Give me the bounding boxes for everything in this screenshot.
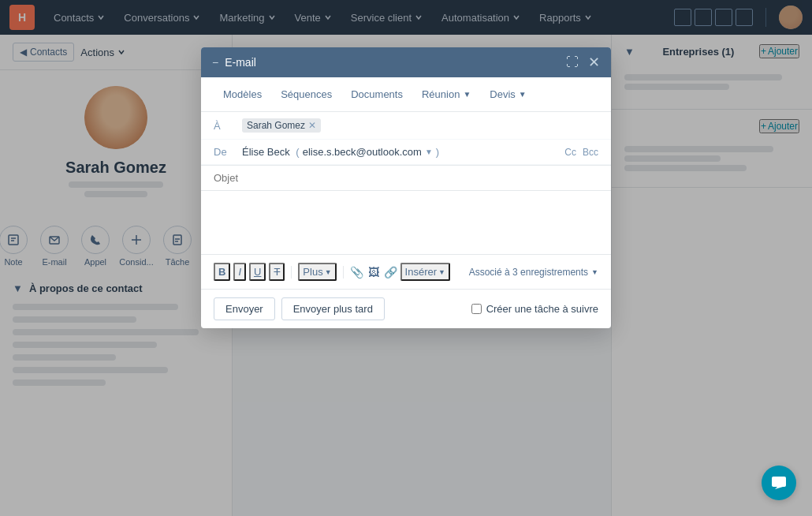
fmt-separator: [291, 266, 292, 279]
svg-rect-15: [772, 477, 786, 487]
modal-title: E-mail: [225, 56, 560, 69]
format-toolbar: B I U T Plus ▼ 📎 🖼 🔗 Insérer ▼: [214, 263, 456, 281]
email-compose-modal: − E-mail ⛶ ✕ Modèles Séquences Documents…: [201, 47, 611, 328]
recipient-remove-icon[interactable]: ✕: [308, 120, 316, 131]
to-label: À: [214, 120, 236, 132]
strikethrough-button[interactable]: T: [269, 263, 285, 281]
insert-chevron-icon: ▼: [438, 268, 445, 276]
reunion-chevron-icon: ▼: [463, 90, 471, 99]
plus-chevron-icon: ▼: [325, 268, 332, 276]
recipient-tag: Sarah Gomez ✕: [242, 118, 321, 133]
task-checkbox[interactable]: [471, 304, 482, 314]
bold-button[interactable]: B: [214, 263, 230, 281]
modal-toolbar: Modèles Séquences Documents Réunion ▼ De…: [201, 77, 611, 112]
assoc-button[interactable]: Associé à 3 enregistrements ▼: [469, 267, 598, 278]
from-field: De Élise Beck ( elise.s.beck@outlook.com…: [201, 140, 611, 165]
modal-close-icon[interactable]: ✕: [588, 55, 600, 69]
modal-header: − E-mail ⛶ ✕: [201, 47, 611, 77]
paperclip-icon[interactable]: 📎: [350, 266, 363, 279]
send-button[interactable]: Envoyer: [214, 297, 275, 320]
task-checkbox-area: Créer une tâche à suivre: [471, 303, 598, 315]
cc-button[interactable]: Cc: [564, 147, 576, 158]
image-icon[interactable]: 🖼: [368, 266, 379, 279]
bcc-button[interactable]: Bcc: [583, 147, 598, 158]
from-field-value: Élise Beck ( elise.s.beck@outlook.com ▼ …: [242, 146, 558, 158]
from-dropdown[interactable]: Élise Beck ( elise.s.beck@outlook.com ▼ …: [242, 146, 439, 158]
modal-overlay: − E-mail ⛶ ✕ Modèles Séquences Documents…: [0, 0, 812, 516]
plus-format-button[interactable]: Plus ▼: [298, 263, 336, 281]
modal-tool-sequences[interactable]: Séquences: [271, 84, 341, 105]
to-field: À Sarah Gomez ✕: [201, 112, 611, 140]
from-label: De: [214, 146, 236, 158]
devis-chevron-icon: ▼: [519, 90, 527, 99]
to-field-value: Sarah Gomez ✕: [242, 118, 598, 133]
modal-tool-modeles[interactable]: Modèles: [214, 84, 271, 105]
modal-expand-icon[interactable]: ⛶: [566, 55, 579, 69]
subject-input[interactable]: [214, 172, 598, 184]
insert-button[interactable]: Insérer ▼: [400, 263, 450, 281]
fmt-separator-2: [343, 266, 344, 279]
task-label: Créer une tâche à suivre: [486, 303, 598, 315]
modal-footer-toolbar: B I U T Plus ▼ 📎 🖼 🔗 Insérer ▼: [201, 254, 611, 289]
modal-fields: À Sarah Gomez ✕ De Élise Beck ( elise.s.…: [201, 112, 611, 166]
modal-tool-devis[interactable]: Devis ▼: [480, 84, 535, 105]
chat-bubble[interactable]: [762, 466, 796, 500]
link-icon[interactable]: 🔗: [384, 266, 397, 279]
modal-tool-documents[interactable]: Documents: [341, 84, 412, 105]
assoc-chevron-icon: ▼: [591, 268, 598, 276]
send-later-button[interactable]: Envoyer plus tard: [281, 297, 385, 320]
modal-send-area: Envoyer Envoyer plus tard Créer une tâch…: [201, 289, 611, 328]
attach-icons: 📎 🖼 🔗: [350, 266, 397, 279]
chat-icon: [770, 474, 788, 492]
from-chevron-icon: ▼: [425, 148, 433, 156]
modal-minimize-icon[interactable]: −: [212, 56, 218, 69]
modal-tool-reunion[interactable]: Réunion ▼: [412, 84, 480, 105]
subject-field-container: [201, 166, 611, 191]
italic-button[interactable]: I: [233, 263, 246, 281]
cc-bcc-buttons: Cc Bcc: [564, 147, 598, 158]
email-body[interactable]: [201, 191, 611, 254]
underline-button[interactable]: U: [249, 263, 266, 281]
